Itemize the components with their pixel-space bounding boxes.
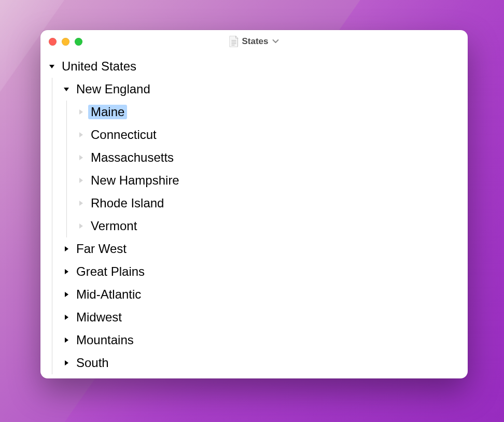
tree-label[interactable]: South: [74, 356, 111, 370]
tree-label[interactable]: Massachusetts: [88, 150, 176, 165]
tree-label[interactable]: Great Plains: [74, 264, 147, 279]
tree-label[interactable]: Mountains: [74, 333, 136, 347]
tree-label[interactable]: Connecticut: [88, 128, 159, 142]
tree-row-maine[interactable]: Maine: [45, 101, 468, 123]
disclosure-triangle[interactable]: [59, 283, 74, 306]
tree-label[interactable]: Vermont: [88, 219, 139, 233]
tree-row-south[interactable]: South: [45, 351, 468, 374]
tree-label[interactable]: United States: [59, 59, 139, 74]
tree-label[interactable]: Rhode Island: [88, 196, 166, 210]
tree-label[interactable]: Midwest: [74, 310, 124, 325]
window-title[interactable]: States: [229, 36, 278, 47]
tree-label[interactable]: New Hampshire: [88, 173, 182, 188]
disclosure-triangle[interactable]: [74, 123, 88, 146]
tree-row-mountains[interactable]: Mountains: [45, 329, 468, 351]
outline-tree: United States New England Maine: [45, 55, 468, 374]
tree-row-midwest[interactable]: Midwest: [45, 306, 468, 329]
tree-row-great-plains[interactable]: Great Plains: [45, 260, 468, 283]
window-title-text: States: [242, 36, 268, 47]
disclosure-triangle[interactable]: [74, 192, 88, 215]
disclosure-triangle[interactable]: [59, 260, 74, 283]
disclosure-triangle[interactable]: [59, 329, 74, 351]
disclosure-triangle[interactable]: [45, 55, 59, 78]
traffic-lights: [40, 38, 82, 46]
tree-label[interactable]: Maine: [88, 105, 127, 119]
tree-row-united-states[interactable]: United States: [45, 55, 468, 78]
disclosure-triangle[interactable]: [59, 351, 74, 374]
disclosure-triangle[interactable]: [59, 237, 74, 260]
tree-row-new-hampshire[interactable]: New Hampshire: [45, 169, 468, 192]
tree-row-mid-atlantic[interactable]: Mid-Atlantic: [45, 283, 468, 306]
tree-row-connecticut[interactable]: Connecticut: [45, 123, 468, 146]
tree-row-far-west[interactable]: Far West: [45, 237, 468, 260]
app-window: States United States: [40, 30, 468, 378]
close-button[interactable]: [49, 38, 57, 46]
tree-row-vermont[interactable]: Vermont: [45, 215, 468, 237]
tree-row-new-england[interactable]: New England: [45, 78, 468, 101]
minimize-button[interactable]: [62, 38, 69, 46]
disclosure-triangle[interactable]: [59, 306, 74, 329]
disclosure-triangle[interactable]: [74, 169, 88, 192]
disclosure-triangle[interactable]: [59, 78, 74, 101]
outline-content: United States New England Maine: [40, 53, 468, 378]
disclosure-triangle[interactable]: [74, 146, 88, 169]
tree-label[interactable]: Far West: [74, 242, 129, 256]
document-icon: [229, 36, 239, 47]
tree-label[interactable]: New England: [74, 82, 153, 96]
maximize-button[interactable]: [75, 38, 82, 46]
chevron-down-icon: [273, 39, 279, 44]
disclosure-triangle[interactable]: [74, 101, 88, 123]
tree-row-massachusetts[interactable]: Massachusetts: [45, 146, 468, 169]
disclosure-triangle[interactable]: [74, 215, 88, 237]
titlebar[interactable]: States: [40, 30, 468, 53]
tree-label[interactable]: Mid-Atlantic: [74, 287, 144, 302]
tree-row-rhode-island[interactable]: Rhode Island: [45, 192, 468, 215]
